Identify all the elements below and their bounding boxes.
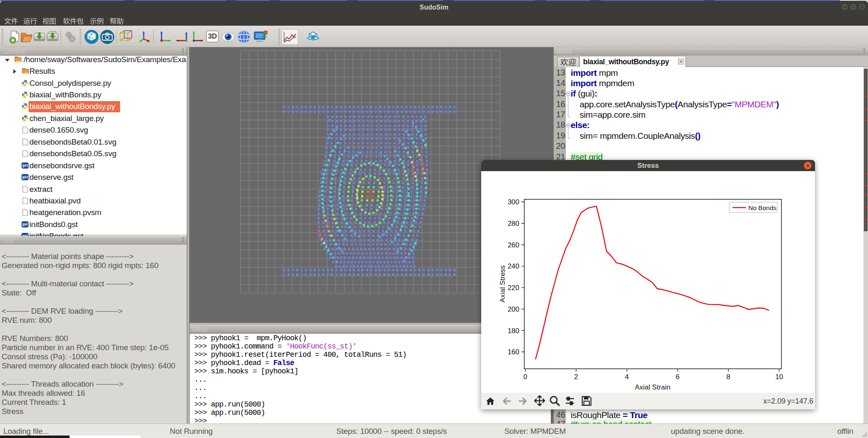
svg-text:8: 8 [726,373,730,381]
svg-text:160: 160 [508,348,519,356]
svg-text:6: 6 [675,373,679,381]
svg-text:200: 200 [508,305,519,313]
svg-text:0: 0 [523,373,527,381]
svg-text:L: L [92,36,94,39]
svg-text:10: 10 [775,373,783,381]
svg-text:240: 240 [508,262,519,270]
svg-text:260: 260 [508,241,519,249]
svg-text:Axial Stress: Axial Stress [499,265,506,302]
svg-text:4: 4 [625,373,629,381]
svg-text:Axial Strain: Axial Strain [635,383,670,391]
svg-text:RT: RT [311,35,316,39]
svg-text:No Bonds: No Bonds [748,204,776,211]
svg-text:2: 2 [574,373,578,381]
svg-text:280: 280 [508,220,519,227]
svg-text:300: 300 [508,198,519,206]
svg-text:T: T [89,36,91,39]
svg-text:S: S [91,33,93,36]
svg-text:180: 180 [508,327,519,335]
svg-text:220: 220 [508,284,519,292]
